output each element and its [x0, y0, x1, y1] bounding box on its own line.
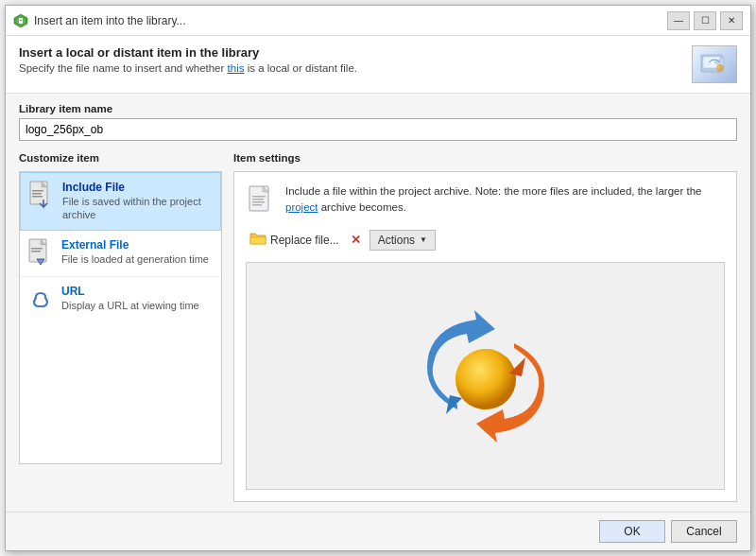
- toolbar-row: Replace file... ✕ Actions ▼: [246, 227, 725, 252]
- replace-file-button[interactable]: Replace file...: [246, 229, 343, 251]
- delete-button[interactable]: ✕: [349, 233, 364, 248]
- customize-list: Include File File is saved within the pr…: [19, 171, 222, 464]
- external-file-name: External File: [61, 238, 209, 252]
- item-settings-content: Include a file within the project archiv…: [233, 171, 737, 502]
- include-file-text: Include File File is saved within the pr…: [62, 181, 213, 222]
- info-doc-icon: [246, 183, 276, 217]
- header-title: Insert a local or distant item in the li…: [19, 45, 357, 60]
- app-icon: [13, 13, 28, 28]
- titlebar: Insert an item into the library... — ☐ ✕: [6, 6, 750, 36]
- list-item-external-file[interactable]: External File File is loaded at generati…: [20, 231, 221, 277]
- library-name-section: Library item name: [19, 103, 737, 141]
- cancel-button[interactable]: Cancel: [671, 520, 737, 543]
- subtitle-text-after: is a local or distant file.: [244, 62, 357, 74]
- svg-line-16: [45, 298, 47, 302]
- svg-point-7: [716, 64, 724, 72]
- chevron-down-icon: ▼: [420, 235, 427, 244]
- close-button[interactable]: ✕: [720, 11, 743, 30]
- customize-item-title: Customize item: [19, 152, 222, 164]
- maximize-button[interactable]: ☐: [694, 11, 716, 30]
- subtitle-text-before: Specify the file name to insert and whet…: [19, 62, 228, 74]
- right-panel: Item settings: [233, 152, 737, 502]
- actions-label: Actions: [378, 234, 415, 247]
- svg-rect-20: [252, 201, 265, 203]
- subtitle-link: this: [228, 62, 245, 74]
- library-name-input[interactable]: [19, 118, 737, 141]
- minimize-button[interactable]: —: [667, 11, 690, 30]
- svg-rect-18: [252, 196, 266, 198]
- header-text: Insert a local or distant item in the li…: [19, 45, 357, 74]
- include-file-name: Include File: [62, 181, 213, 194]
- header-image: [692, 45, 737, 83]
- url-text: URL Display a URL at viewing time: [61, 285, 199, 312]
- window-controls: — ☐ ✕: [667, 11, 743, 30]
- info-text-before: Include a file within the project archiv…: [285, 185, 701, 197]
- list-item-include-file[interactable]: Include File File is saved within the pr…: [20, 172, 221, 231]
- folder-icon: [249, 231, 266, 249]
- svg-rect-3: [20, 20, 22, 21]
- preview-image: [391, 296, 580, 457]
- external-file-text: External File File is loaded at generati…: [61, 238, 209, 266]
- url-icon: [27, 285, 54, 315]
- info-row: Include a file within the project archiv…: [246, 183, 725, 217]
- svg-rect-19: [252, 199, 264, 200]
- header-subtitle: Specify the file name to insert and whet…: [19, 62, 357, 74]
- window-title: Insert an item into the library...: [34, 14, 667, 27]
- library-name-label: Library item name: [19, 103, 737, 114]
- main-area: Customize item: [19, 152, 737, 502]
- svg-line-15: [34, 298, 36, 302]
- svg-point-23: [455, 349, 516, 409]
- info-description: Include a file within the project archiv…: [285, 183, 725, 217]
- info-text-link: project: [285, 201, 318, 213]
- header-section: Insert a local or distant item in the li…: [6, 36, 750, 94]
- actions-button[interactable]: Actions ▼: [369, 230, 436, 251]
- ok-button[interactable]: OK: [599, 520, 665, 543]
- external-file-icon: [27, 238, 54, 269]
- delete-icon: ✕: [351, 233, 361, 247]
- list-item-url[interactable]: URL Display a URL at viewing time: [20, 277, 221, 322]
- footer: OK Cancel: [6, 512, 750, 550]
- url-desc: Display a URL at viewing time: [61, 299, 199, 312]
- external-file-desc: File is loaded at generation time: [61, 252, 209, 266]
- include-file-desc: File is saved within the project archive: [62, 195, 213, 222]
- include-file-icon: [28, 181, 55, 211]
- svg-marker-24: [446, 395, 462, 414]
- svg-rect-9: [32, 190, 43, 192]
- svg-rect-14: [31, 251, 41, 252]
- main-content: Library item name Customize item: [6, 94, 750, 512]
- svg-rect-13: [31, 248, 43, 250]
- replace-file-label: Replace file...: [270, 234, 339, 247]
- info-text-after: archive becomes.: [318, 201, 406, 213]
- left-panel: Customize item: [19, 152, 222, 502]
- item-settings-title: Item settings: [233, 152, 737, 164]
- main-window: Insert an item into the library... — ☐ ✕…: [5, 5, 751, 551]
- svg-rect-11: [32, 196, 43, 198]
- preview-area: [246, 262, 725, 490]
- url-name: URL: [61, 285, 199, 298]
- svg-rect-21: [252, 204, 262, 206]
- svg-rect-10: [32, 193, 42, 195]
